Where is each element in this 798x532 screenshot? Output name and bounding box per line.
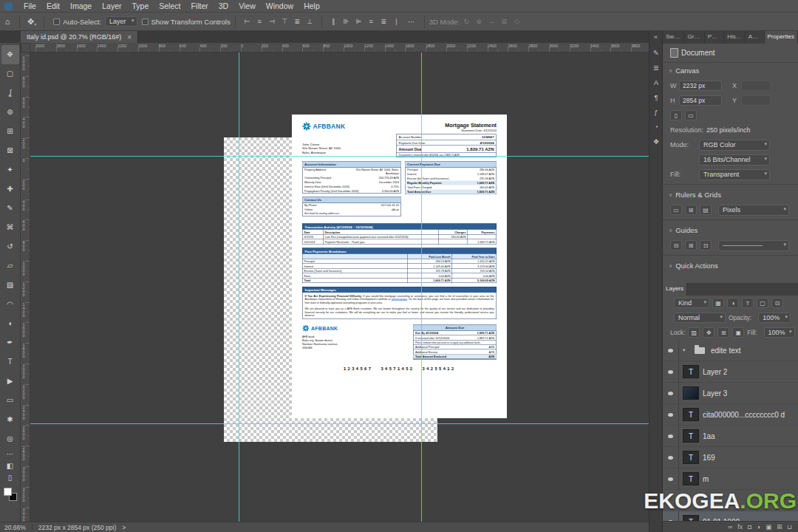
guide-option-icon-1[interactable]: ⊞ <box>685 240 697 250</box>
section-guides[interactable]: Guides <box>663 222 798 238</box>
guide-horizontal[interactable] <box>30 423 649 424</box>
menu-item-image[interactable]: Image <box>65 1 97 10</box>
tab-layers[interactable]: Layers <box>663 283 687 296</box>
collapse-panels-icon[interactable]: « <box>649 31 662 45</box>
edit-toolbar-icon[interactable]: ⋯ <box>1 449 19 460</box>
menu-item-filter[interactable]: Filter <box>185 1 213 10</box>
shape-tool[interactable]: ▭ <box>1 391 19 410</box>
marquee-tool[interactable]: ▢ <box>1 64 19 83</box>
menu-item-file[interactable]: File <box>18 1 41 10</box>
swatches-panel-icon[interactable]: ≣ <box>649 60 663 75</box>
status-arrow-icon[interactable]: > <box>122 524 126 531</box>
path-select-tool[interactable]: ▶ <box>1 372 19 391</box>
canvas-height-field[interactable]: 2854 px <box>679 95 722 106</box>
crop-tool[interactable]: ⊞ <box>1 122 19 141</box>
pen-tool[interactable]: ✒ <box>1 333 19 352</box>
layer-row[interactable]: T1aa <box>663 426 798 447</box>
ruler-horizontal[interactable]: 2000180016001400120010008006004002000200… <box>30 43 649 52</box>
dodge-tool[interactable]: ◖ <box>1 314 19 333</box>
layer-effects-icon[interactable]: fx <box>737 524 743 531</box>
distribute-icon-2[interactable]: ⊫ <box>353 18 364 25</box>
menu-item-edit[interactable]: Edit <box>41 1 65 10</box>
layer-row[interactable]: Layer 3 <box>663 383 798 404</box>
healing-brush-tool[interactable]: ✚ <box>1 180 19 199</box>
layer-visibility-toggle[interactable] <box>663 383 679 404</box>
lasso-tool[interactable]: ʆ <box>1 83 19 103</box>
portrait-orientation-icon[interactable]: ▯ <box>670 110 682 120</box>
frame-tool[interactable]: ⊠ <box>1 141 19 160</box>
screen-mode-icon[interactable]: ▯ <box>1 472 19 484</box>
align-icon-2[interactable]: ⊣ <box>267 18 278 25</box>
zoom-tool[interactable]: ◎ <box>1 429 19 449</box>
link-layers-icon[interactable]: ∞ <box>728 524 732 531</box>
align-icon-4[interactable]: ≣ <box>292 18 303 25</box>
layer-visibility-toggle[interactable] <box>663 426 679 447</box>
panel-tab-patte[interactable]: Patte <box>705 31 725 44</box>
section-canvas[interactable]: Canvas <box>663 63 798 78</box>
layer-fill-dropdown[interactable]: 100% <box>764 327 795 338</box>
menu-item-type[interactable]: Type <box>126 1 154 10</box>
guide-vertical[interactable] <box>421 52 422 522</box>
type-tool[interactable]: T <box>1 352 19 372</box>
brush-settings-panel-icon[interactable]: ✎ <box>649 45 663 60</box>
canvas-x-field[interactable] <box>741 81 771 91</box>
distribute-icon-4[interactable]: ≣ <box>378 18 389 25</box>
layer-filter-icon-4[interactable]: ⊡ <box>771 298 783 308</box>
canvas-width-field[interactable]: 2232 px <box>679 81 722 91</box>
zoom-level[interactable]: 20.66% <box>4 524 26 531</box>
section-quick-actions[interactable]: Quick Actions <box>663 258 798 273</box>
layer-mask-icon[interactable]: ◘ <box>748 524 751 531</box>
guide-vertical[interactable] <box>239 52 239 522</box>
libraries-panel-icon[interactable]: ❖ <box>649 134 663 149</box>
ruler-option-icon-2[interactable]: ▤ <box>700 205 712 215</box>
layer-visibility-toggle[interactable] <box>663 361 679 383</box>
eraser-tool[interactable]: ▱ <box>1 256 19 276</box>
menu-item-layer[interactable]: Layer <box>97 1 126 10</box>
hand-tool[interactable]: ✱ <box>1 410 19 429</box>
clone-stamp-tool[interactable]: ⌘ <box>1 218 19 237</box>
layer-visibility-toggle[interactable] <box>663 340 679 361</box>
panel-tab-gradi[interactable]: Gradi <box>684 31 704 44</box>
align-icon-3[interactable]: ⊤ <box>279 18 290 25</box>
color-swatches[interactable] <box>3 487 18 502</box>
distribute-icon-5[interactable]: ∣ <box>391 18 402 25</box>
section-rulers-grids[interactable]: Rulers & Grids <box>663 187 798 202</box>
show-transform-checkbox[interactable] <box>142 18 149 25</box>
group-expand-icon[interactable]: ▾ <box>683 347 689 353</box>
units-dropdown[interactable]: Pixels <box>718 205 789 216</box>
landscape-orientation-icon[interactable]: ▭ <box>685 110 697 120</box>
move-tool[interactable]: ✥ <box>1 45 19 64</box>
align-icon-0[interactable]: ⊢ <box>242 18 253 25</box>
layer-filter-kind-dropdown[interactable]: Kind <box>674 298 709 308</box>
lock-icon-2[interactable]: ⊞ <box>717 327 729 338</box>
document-tab[interactable]: Italy id.psd @ 20.7% (RGB/16#) × <box>21 31 138 43</box>
panel-tab-swatc[interactable]: Swatc <box>663 31 684 44</box>
auto-select-dropdown[interactable]: Layer <box>105 16 137 27</box>
ruler-option-icon-1[interactable]: ⊞ <box>685 205 697 215</box>
histogram-panel-icon[interactable]: ◔ <box>649 119 663 134</box>
history-brush-tool[interactable]: ↺ <box>1 237 19 256</box>
ruler-option-icon-0[interactable]: ▭ <box>670 205 682 215</box>
menu-item-3d[interactable]: 3D <box>214 1 233 10</box>
distribute-icon-3[interactable]: ≡ <box>366 18 377 25</box>
canvas-area[interactable]: AFBBANK Mortgage Statement Statement Dat… <box>30 52 649 522</box>
panel-tab-properties[interactable]: Properties <box>765 31 798 44</box>
align-icon-5[interactable]: ⊥ <box>304 18 316 25</box>
layer-filter-icon-3[interactable]: ▢ <box>757 298 768 308</box>
guide-style-dropdown[interactable]: —————— <box>718 240 789 251</box>
ruler-origin-corner[interactable] <box>21 43 30 52</box>
auto-select-checkbox[interactable] <box>53 18 60 25</box>
lock-icon-3[interactable]: ▣ <box>732 327 744 338</box>
menu-item-view[interactable]: View <box>233 1 261 10</box>
fill-dropdown[interactable]: Transparent <box>699 169 770 180</box>
move-tool-options-icon[interactable]: ✥▾ <box>24 17 39 27</box>
color-mode-dropdown[interactable]: RGB Color <box>699 140 770 151</box>
menu-item-help[interactable]: Help <box>299 1 325 10</box>
brush-tool[interactable]: ✎ <box>1 199 19 218</box>
panel-tab-histor[interactable]: Histor <box>724 31 746 44</box>
adjustment-layer-icon[interactable]: ◑ <box>757 524 760 531</box>
opacity-dropdown[interactable]: 100% <box>758 313 791 323</box>
layer-visibility-toggle[interactable] <box>663 404 679 426</box>
blend-mode-dropdown[interactable]: Normal <box>674 313 726 323</box>
foreground-color-swatch[interactable] <box>4 488 12 496</box>
